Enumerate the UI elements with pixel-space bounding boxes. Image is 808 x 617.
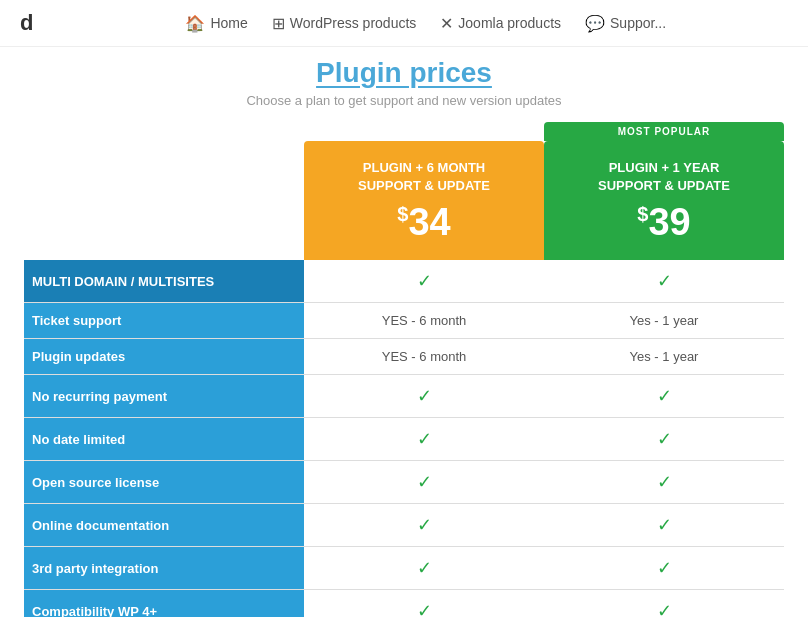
feature-row-docs: Online documentation ✓ ✓ — [24, 504, 784, 547]
check-icon: ✓ — [657, 472, 672, 492]
check-icon: ✓ — [657, 515, 672, 535]
page-title: Plugin prices — [0, 57, 808, 89]
plan-green-name: PLUGIN + 1 YEARSUPPORT & UPDATE — [560, 159, 768, 195]
feature-ticket-val2: Yes - 1 year — [544, 303, 784, 339]
plan-header-row: MOST POPULAR PLUGIN + 6 MONTHSUPPORT & U… — [24, 122, 784, 260]
feature-compat-label: Compatibility WP 4+ — [24, 590, 304, 617]
check-icon: ✓ — [417, 601, 432, 617]
most-popular-badge: MOST POPULAR — [544, 122, 784, 141]
feature-3rdparty-label: 3rd party integration — [24, 547, 304, 590]
feature-datelimited-val2: ✓ — [544, 418, 784, 461]
feature-opensource-label: Open source license — [24, 461, 304, 504]
feature-ticket-val1: YES - 6 month — [304, 303, 544, 339]
feature-row-updates: Plugin updates YES - 6 month Yes - 1 yea… — [24, 339, 784, 375]
feature-row-multidomain: MULTI DOMAIN / MULTISITES ✓ ✓ — [24, 260, 784, 303]
wordpress-icon: ⊞ — [272, 14, 285, 33]
page-header: Plugin prices Choose a plan to get suppo… — [0, 47, 808, 112]
feature-compat-val2: ✓ — [544, 590, 784, 617]
feature-multidomain-val1: ✓ — [304, 260, 544, 303]
feature-row-ticket: Ticket support YES - 6 month Yes - 1 yea… — [24, 303, 784, 339]
feature-recurring-val1: ✓ — [304, 375, 544, 418]
feature-opensource-val2: ✓ — [544, 461, 784, 504]
nav-links: 🏠 Home ⊞ WordPress products ✕ Joomla pro… — [63, 14, 788, 33]
page-subtitle: Choose a plan to get support and new ver… — [0, 93, 808, 108]
check-icon: ✓ — [657, 386, 672, 406]
feature-row-datelimited: No date limited ✓ ✓ — [24, 418, 784, 461]
feature-multidomain-val2: ✓ — [544, 260, 784, 303]
nav-home[interactable]: 🏠 Home — [185, 14, 247, 33]
feature-multidomain-label: MULTI DOMAIN / MULTISITES — [24, 260, 304, 303]
feature-datelimited-val1: ✓ — [304, 418, 544, 461]
plan-green-inner: PLUGIN + 1 YEARSUPPORT & UPDATE $39 — [544, 141, 784, 260]
feature-docs-val2: ✓ — [544, 504, 784, 547]
joomla-icon: ✕ — [440, 14, 453, 33]
feature-updates-val1: YES - 6 month — [304, 339, 544, 375]
plan-green: MOST POPULAR PLUGIN + 1 YEARSUPPORT & UP… — [544, 122, 784, 260]
pricing-wrapper: MOST POPULAR PLUGIN + 6 MONTHSUPPORT & U… — [0, 112, 808, 617]
plan-gold-name: PLUGIN + 6 MONTHSUPPORT & UPDATE — [320, 159, 528, 195]
nav-bar: d 🏠 Home ⊞ WordPress products ✕ Joomla p… — [0, 0, 808, 47]
check-icon: ✓ — [417, 472, 432, 492]
feature-datelimited-label: No date limited — [24, 418, 304, 461]
empty-cell — [24, 122, 304, 260]
nav-support[interactable]: 💬 Suppor... — [585, 14, 666, 33]
check-icon: ✓ — [417, 515, 432, 535]
feature-recurring-label: No recurring payment — [24, 375, 304, 418]
check-icon: ✓ — [417, 558, 432, 578]
feature-recurring-val2: ✓ — [544, 375, 784, 418]
nav-wordpress[interactable]: ⊞ WordPress products — [272, 14, 417, 33]
check-icon: ✓ — [417, 429, 432, 449]
check-icon: ✓ — [417, 386, 432, 406]
check-icon: ✓ — [657, 601, 672, 617]
feature-row-recurring: No recurring payment ✓ ✓ — [24, 375, 784, 418]
feature-row-3rdparty: 3rd party integration ✓ ✓ — [24, 547, 784, 590]
check-icon: ✓ — [657, 558, 672, 578]
feature-docs-val1: ✓ — [304, 504, 544, 547]
feature-updates-val2: Yes - 1 year — [544, 339, 784, 375]
plan-gold-inner: PLUGIN + 6 MONTHSUPPORT & UPDATE $34 — [304, 141, 544, 260]
nav-joomla[interactable]: ✕ Joomla products — [440, 14, 561, 33]
pricing-table: MOST POPULAR PLUGIN + 6 MONTHSUPPORT & U… — [24, 122, 784, 617]
feature-opensource-val1: ✓ — [304, 461, 544, 504]
plan-gold: MOST POPULAR PLUGIN + 6 MONTHSUPPORT & U… — [304, 122, 544, 260]
feature-3rdparty-val1: ✓ — [304, 547, 544, 590]
feature-row-compat: Compatibility WP 4+ ✓ ✓ — [24, 590, 784, 617]
feature-docs-label: Online documentation — [24, 504, 304, 547]
check-icon: ✓ — [657, 271, 672, 291]
home-icon: 🏠 — [185, 14, 205, 33]
plan-gold-price: $34 — [320, 201, 528, 244]
feature-3rdparty-val2: ✓ — [544, 547, 784, 590]
feature-updates-label: Plugin updates — [24, 339, 304, 375]
check-icon: ✓ — [417, 271, 432, 291]
feature-compat-val1: ✓ — [304, 590, 544, 617]
feature-row-opensource: Open source license ✓ ✓ — [24, 461, 784, 504]
plan-green-price: $39 — [560, 201, 768, 244]
nav-logo: d — [20, 10, 33, 36]
check-icon: ✓ — [657, 429, 672, 449]
feature-ticket-label: Ticket support — [24, 303, 304, 339]
support-icon: 💬 — [585, 14, 605, 33]
